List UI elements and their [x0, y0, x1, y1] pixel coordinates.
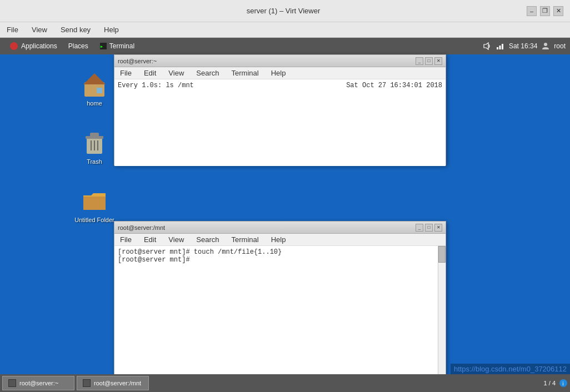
- menu-sendkey[interactable]: Send key: [58, 24, 93, 35]
- desktop-icon-trash[interactable]: Trash: [72, 129, 117, 165]
- home-icon: [81, 71, 108, 98]
- svg-rect-14: [90, 133, 99, 137]
- t2-menu-search[interactable]: Search: [194, 234, 221, 245]
- terminal2-title: root@server:/mnt: [118, 224, 165, 231]
- watermark: https://blog.csdn.net/m0_37206112: [451, 364, 570, 374]
- terminal2-close[interactable]: ✕: [434, 224, 442, 232]
- terminal2-maximize[interactable]: □: [425, 224, 433, 232]
- terminal2-menubar: File Edit View Search Terminal Help: [114, 234, 446, 246]
- t2-menu-edit[interactable]: Edit: [142, 234, 158, 245]
- gnome-top-panel: Applications Places ▶ Terminal Sat 16:34: [0, 38, 570, 54]
- desktop-icon-folder[interactable]: Untitled Folder: [72, 188, 117, 223]
- close-button[interactable]: ✕: [553, 6, 563, 16]
- terminal-icon: ▶: [99, 42, 107, 50]
- taskbar-icon-terminal1: [8, 379, 16, 387]
- terminal2-scrollbar[interactable]: [438, 246, 446, 392]
- terminal1-header-line: Every 1.0s: ls /mnt Sat Oct 27 16:34:01 …: [118, 82, 442, 89]
- desktop-icon-home[interactable]: home: [72, 71, 117, 107]
- menu-view[interactable]: View: [29, 24, 49, 35]
- scrollbar-thumb[interactable]: [438, 246, 446, 263]
- svg-text:i: i: [562, 380, 564, 386]
- t2-menu-view[interactable]: View: [166, 234, 186, 245]
- terminal1-controls[interactable]: _ □ ✕: [416, 57, 442, 65]
- applications-label: Applications: [21, 42, 57, 50]
- gnome-taskbar: root@server:~ root@server:/mnt 1 / 4 i: [0, 374, 570, 392]
- maximize-button[interactable]: ❐: [540, 6, 550, 16]
- minimize-button[interactable]: –: [527, 6, 537, 16]
- terminal2-line1: [root@server mnt]# touch /mnt/file{1..10…: [118, 248, 442, 256]
- svg-marker-9: [83, 73, 106, 84]
- title-bar: server (1) – Virt Viewer – ❐ ✕: [0, 0, 570, 22]
- t1-menu-edit[interactable]: Edit: [142, 68, 158, 78]
- terminal1-title: root@server:~: [118, 58, 157, 64]
- terminal-mnt: root@server:/mnt _ □ ✕ File Edit View Se…: [114, 221, 446, 392]
- gnome-applications-menu[interactable]: Applications: [4, 38, 63, 54]
- svg-rect-11: [97, 88, 102, 93]
- taskbar-info-icon: i: [559, 379, 568, 388]
- terminal2-minimize[interactable]: _: [416, 224, 423, 232]
- menu-file[interactable]: File: [4, 24, 21, 35]
- terminal2-line2: [root@server mnt]#: [118, 256, 442, 264]
- window-title: server (1) – Virt Viewer: [40, 7, 527, 15]
- folder-icon: [81, 188, 108, 214]
- menu-help[interactable]: Help: [102, 24, 121, 35]
- svg-rect-6: [502, 44, 503, 49]
- sound-icon: [482, 42, 491, 51]
- panel-user: root: [554, 42, 566, 50]
- t2-menu-help[interactable]: Help: [269, 234, 288, 245]
- svg-marker-3: [484, 43, 488, 49]
- vm-area: Applications Places ▶ Terminal Sat 16:34: [0, 38, 570, 392]
- t1-menu-help[interactable]: Help: [269, 68, 288, 78]
- terminal-watch: root@server:~ _ □ ✕ File Edit View Searc…: [114, 54, 446, 165]
- taskbar-icon-terminal2: [83, 379, 91, 387]
- trash-icon-label: Trash: [87, 158, 102, 165]
- svg-rect-5: [499, 46, 501, 49]
- network-icon: [496, 42, 504, 51]
- terminal1-command: Every 1.0s: ls /mnt: [118, 82, 194, 89]
- t1-menu-terminal[interactable]: Terminal: [229, 68, 261, 78]
- taskbar-pager: 1 / 4: [544, 380, 556, 386]
- terminal1-content: Every 1.0s: ls /mnt Sat Oct 27 16:34:01 …: [114, 79, 446, 166]
- terminal1-minimize[interactable]: _: [416, 57, 423, 65]
- taskbar-item-terminal2[interactable]: root@server:/mnt: [77, 376, 149, 390]
- t2-menu-file[interactable]: File: [118, 234, 134, 245]
- t2-menu-terminal[interactable]: Terminal: [229, 234, 261, 245]
- panel-right: Sat 16:34 root: [482, 42, 566, 51]
- applications-icon: [10, 42, 18, 50]
- trash-icon: [81, 129, 108, 156]
- user-icon: [542, 42, 549, 50]
- terminal1-close[interactable]: ✕: [434, 57, 442, 65]
- app-menu-bar: File View Send key Help: [0, 22, 570, 38]
- gnome-terminal-menu[interactable]: ▶ Terminal: [94, 38, 140, 54]
- t1-menu-file[interactable]: File: [118, 68, 134, 78]
- gnome-places-menu[interactable]: Places: [63, 38, 94, 54]
- t1-menu-view[interactable]: View: [166, 68, 186, 78]
- t1-menu-search[interactable]: Search: [194, 68, 221, 78]
- taskbar-label-terminal1: root@server:~: [19, 380, 58, 386]
- folder-icon-label: Untitled Folder: [74, 217, 114, 223]
- svg-rect-4: [497, 47, 498, 49]
- taskbar-item-terminal1[interactable]: root@server:~: [2, 376, 74, 390]
- terminal1-titlebar: root@server:~ _ □ ✕: [114, 55, 446, 67]
- taskbar-label-terminal2: root@server:/mnt: [94, 380, 141, 386]
- terminal1-maximize[interactable]: □: [425, 57, 433, 65]
- terminal2-titlebar: root@server:/mnt _ □ ✕: [114, 222, 446, 234]
- home-icon-label: home: [87, 100, 102, 107]
- terminal1-timestamp: Sat Oct 27 16:34:01 2018: [346, 82, 442, 89]
- terminal2-content[interactable]: [root@server mnt]# touch /mnt/file{1..10…: [114, 246, 446, 392]
- panel-time: Sat 16:34: [509, 42, 537, 50]
- window-controls[interactable]: – ❐ ✕: [527, 6, 563, 16]
- terminal2-controls[interactable]: _ □ ✕: [416, 224, 442, 232]
- svg-point-7: [544, 43, 547, 46]
- terminal1-menubar: File Edit View Search Terminal Help: [114, 67, 446, 79]
- svg-rect-10: [90, 88, 94, 97]
- taskbar-right: 1 / 4 i: [544, 379, 568, 388]
